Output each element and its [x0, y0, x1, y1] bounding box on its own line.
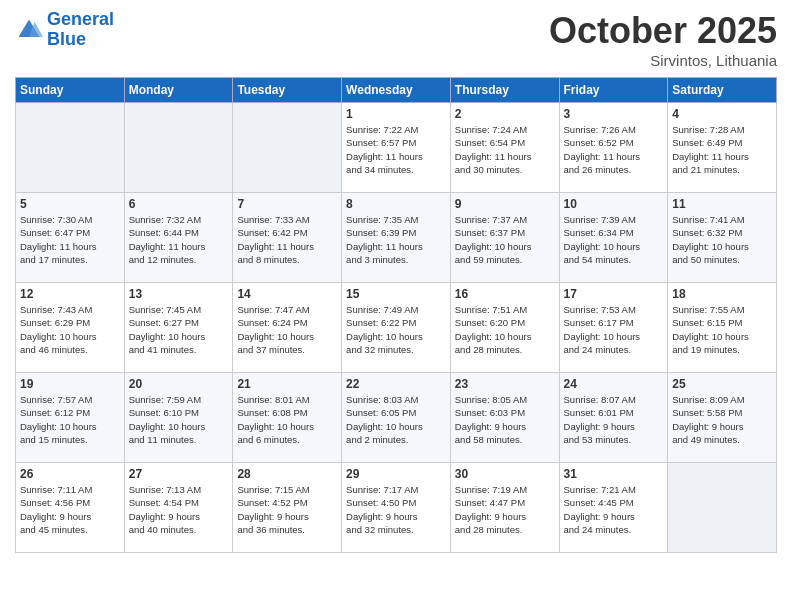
week-row-4: 19Sunrise: 7:57 AM Sunset: 6:12 PM Dayli…: [16, 373, 777, 463]
day-info: Sunrise: 7:43 AM Sunset: 6:29 PM Dayligh…: [20, 303, 120, 356]
day-number: 21: [237, 377, 337, 391]
day-info: Sunrise: 7:24 AM Sunset: 6:54 PM Dayligh…: [455, 123, 555, 176]
day-number: 22: [346, 377, 446, 391]
calendar-cell: 15Sunrise: 7:49 AM Sunset: 6:22 PM Dayli…: [342, 283, 451, 373]
day-info: Sunrise: 7:22 AM Sunset: 6:57 PM Dayligh…: [346, 123, 446, 176]
calendar-cell: 19Sunrise: 7:57 AM Sunset: 6:12 PM Dayli…: [16, 373, 125, 463]
calendar-cell: 23Sunrise: 8:05 AM Sunset: 6:03 PM Dayli…: [450, 373, 559, 463]
day-number: 31: [564, 467, 664, 481]
calendar-cell: 3Sunrise: 7:26 AM Sunset: 6:52 PM Daylig…: [559, 103, 668, 193]
day-number: 5: [20, 197, 120, 211]
calendar-cell: 14Sunrise: 7:47 AM Sunset: 6:24 PM Dayli…: [233, 283, 342, 373]
day-info: Sunrise: 7:21 AM Sunset: 4:45 PM Dayligh…: [564, 483, 664, 536]
logo-icon: [15, 16, 43, 44]
day-number: 16: [455, 287, 555, 301]
weekday-header-monday: Monday: [124, 78, 233, 103]
calendar-cell: 31Sunrise: 7:21 AM Sunset: 4:45 PM Dayli…: [559, 463, 668, 553]
weekday-header-wednesday: Wednesday: [342, 78, 451, 103]
day-number: 9: [455, 197, 555, 211]
day-number: 24: [564, 377, 664, 391]
day-number: 13: [129, 287, 229, 301]
calendar-cell: 7Sunrise: 7:33 AM Sunset: 6:42 PM Daylig…: [233, 193, 342, 283]
weekday-header-saturday: Saturday: [668, 78, 777, 103]
calendar-cell: 28Sunrise: 7:15 AM Sunset: 4:52 PM Dayli…: [233, 463, 342, 553]
header: General Blue October 2025 Sirvintos, Lit…: [15, 10, 777, 69]
calendar-cell: 5Sunrise: 7:30 AM Sunset: 6:47 PM Daylig…: [16, 193, 125, 283]
day-number: 18: [672, 287, 772, 301]
day-info: Sunrise: 7:49 AM Sunset: 6:22 PM Dayligh…: [346, 303, 446, 356]
weekday-header-thursday: Thursday: [450, 78, 559, 103]
calendar-cell: 24Sunrise: 8:07 AM Sunset: 6:01 PM Dayli…: [559, 373, 668, 463]
day-info: Sunrise: 7:11 AM Sunset: 4:56 PM Dayligh…: [20, 483, 120, 536]
day-number: 29: [346, 467, 446, 481]
day-info: Sunrise: 8:03 AM Sunset: 6:05 PM Dayligh…: [346, 393, 446, 446]
calendar-cell: 30Sunrise: 7:19 AM Sunset: 4:47 PM Dayli…: [450, 463, 559, 553]
day-info: Sunrise: 7:39 AM Sunset: 6:34 PM Dayligh…: [564, 213, 664, 266]
title-block: October 2025 Sirvintos, Lithuania: [549, 10, 777, 69]
calendar-cell: 12Sunrise: 7:43 AM Sunset: 6:29 PM Dayli…: [16, 283, 125, 373]
calendar-cell: 2Sunrise: 7:24 AM Sunset: 6:54 PM Daylig…: [450, 103, 559, 193]
week-row-3: 12Sunrise: 7:43 AM Sunset: 6:29 PM Dayli…: [16, 283, 777, 373]
calendar-cell: 22Sunrise: 8:03 AM Sunset: 6:05 PM Dayli…: [342, 373, 451, 463]
day-info: Sunrise: 7:28 AM Sunset: 6:49 PM Dayligh…: [672, 123, 772, 176]
calendar-cell: 17Sunrise: 7:53 AM Sunset: 6:17 PM Dayli…: [559, 283, 668, 373]
calendar-cell: 20Sunrise: 7:59 AM Sunset: 6:10 PM Dayli…: [124, 373, 233, 463]
calendar-cell: [668, 463, 777, 553]
day-number: 10: [564, 197, 664, 211]
calendar-cell: 21Sunrise: 8:01 AM Sunset: 6:08 PM Dayli…: [233, 373, 342, 463]
calendar-cell: 29Sunrise: 7:17 AM Sunset: 4:50 PM Dayli…: [342, 463, 451, 553]
day-number: 28: [237, 467, 337, 481]
day-info: Sunrise: 7:51 AM Sunset: 6:20 PM Dayligh…: [455, 303, 555, 356]
calendar-cell: 18Sunrise: 7:55 AM Sunset: 6:15 PM Dayli…: [668, 283, 777, 373]
calendar-cell: 9Sunrise: 7:37 AM Sunset: 6:37 PM Daylig…: [450, 193, 559, 283]
day-info: Sunrise: 7:13 AM Sunset: 4:54 PM Dayligh…: [129, 483, 229, 536]
day-number: 14: [237, 287, 337, 301]
logo: General Blue: [15, 10, 114, 50]
calendar-cell: [124, 103, 233, 193]
page-container: General Blue October 2025 Sirvintos, Lit…: [0, 0, 792, 563]
day-number: 11: [672, 197, 772, 211]
day-number: 3: [564, 107, 664, 121]
day-info: Sunrise: 7:41 AM Sunset: 6:32 PM Dayligh…: [672, 213, 772, 266]
calendar-cell: 10Sunrise: 7:39 AM Sunset: 6:34 PM Dayli…: [559, 193, 668, 283]
weekday-header-sunday: Sunday: [16, 78, 125, 103]
day-info: Sunrise: 7:26 AM Sunset: 6:52 PM Dayligh…: [564, 123, 664, 176]
day-number: 1: [346, 107, 446, 121]
day-number: 15: [346, 287, 446, 301]
day-info: Sunrise: 8:05 AM Sunset: 6:03 PM Dayligh…: [455, 393, 555, 446]
calendar-cell: 8Sunrise: 7:35 AM Sunset: 6:39 PM Daylig…: [342, 193, 451, 283]
week-row-2: 5Sunrise: 7:30 AM Sunset: 6:47 PM Daylig…: [16, 193, 777, 283]
day-info: Sunrise: 7:53 AM Sunset: 6:17 PM Dayligh…: [564, 303, 664, 356]
day-info: Sunrise: 7:45 AM Sunset: 6:27 PM Dayligh…: [129, 303, 229, 356]
day-number: 8: [346, 197, 446, 211]
day-info: Sunrise: 7:35 AM Sunset: 6:39 PM Dayligh…: [346, 213, 446, 266]
calendar-cell: 25Sunrise: 8:09 AM Sunset: 5:58 PM Dayli…: [668, 373, 777, 463]
day-info: Sunrise: 7:33 AM Sunset: 6:42 PM Dayligh…: [237, 213, 337, 266]
calendar-cell: 1Sunrise: 7:22 AM Sunset: 6:57 PM Daylig…: [342, 103, 451, 193]
day-info: Sunrise: 7:17 AM Sunset: 4:50 PM Dayligh…: [346, 483, 446, 536]
day-info: Sunrise: 7:59 AM Sunset: 6:10 PM Dayligh…: [129, 393, 229, 446]
month-title: October 2025: [549, 10, 777, 52]
week-row-5: 26Sunrise: 7:11 AM Sunset: 4:56 PM Dayli…: [16, 463, 777, 553]
day-info: Sunrise: 7:55 AM Sunset: 6:15 PM Dayligh…: [672, 303, 772, 356]
day-number: 30: [455, 467, 555, 481]
calendar-cell: [16, 103, 125, 193]
calendar-cell: 26Sunrise: 7:11 AM Sunset: 4:56 PM Dayli…: [16, 463, 125, 553]
day-info: Sunrise: 8:01 AM Sunset: 6:08 PM Dayligh…: [237, 393, 337, 446]
day-number: 19: [20, 377, 120, 391]
day-number: 25: [672, 377, 772, 391]
logo-general: General: [47, 9, 114, 29]
day-number: 20: [129, 377, 229, 391]
day-info: Sunrise: 7:30 AM Sunset: 6:47 PM Dayligh…: [20, 213, 120, 266]
weekday-header-row: SundayMondayTuesdayWednesdayThursdayFrid…: [16, 78, 777, 103]
calendar-cell: [233, 103, 342, 193]
day-number: 7: [237, 197, 337, 211]
day-number: 2: [455, 107, 555, 121]
day-number: 27: [129, 467, 229, 481]
day-number: 12: [20, 287, 120, 301]
day-number: 4: [672, 107, 772, 121]
calendar-cell: 11Sunrise: 7:41 AM Sunset: 6:32 PM Dayli…: [668, 193, 777, 283]
day-number: 26: [20, 467, 120, 481]
calendar-cell: 27Sunrise: 7:13 AM Sunset: 4:54 PM Dayli…: [124, 463, 233, 553]
day-info: Sunrise: 8:07 AM Sunset: 6:01 PM Dayligh…: [564, 393, 664, 446]
